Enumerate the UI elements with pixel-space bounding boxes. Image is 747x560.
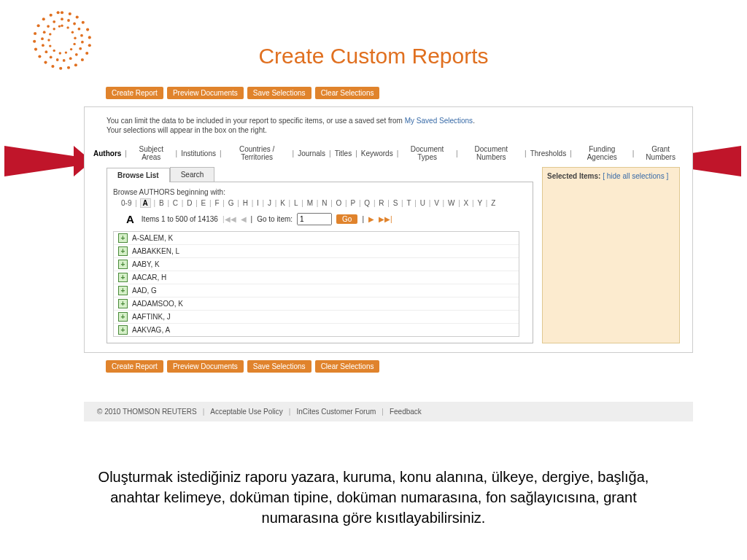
alpha-L[interactable]: L [293,199,299,207]
filter-titles[interactable]: Titles [335,149,352,158]
filter-journals[interactable]: Journals [298,149,325,158]
author-name[interactable]: AABAKKEN, L [132,247,179,255]
footer-forum[interactable]: InCites Customer Forum [296,408,376,416]
footer-acceptable-use[interactable]: Acceptable Use Policy [210,408,283,416]
filter-row: Authors| Subject Areas| Institutions| Co… [93,145,684,161]
alpha-0-9[interactable]: 0-9 [120,199,132,207]
author-row: +AAD, G [114,284,519,298]
svg-point-53 [53,28,55,30]
author-name[interactable]: AAKVAG, A [132,326,170,334]
author-name[interactable]: AADAMSOO, K [132,300,183,308]
svg-point-5 [86,28,89,31]
add-author-icon[interactable]: + [118,312,128,322]
create-report-button[interactable]: Create Report [106,87,163,99]
alpha-U[interactable]: U [419,199,426,207]
alpha-B[interactable]: B [158,199,165,207]
alpha-P[interactable]: P [350,199,357,207]
author-name[interactable]: AAD, G [132,287,157,295]
footer-copyright: © 2010 THOMSON REUTERS [97,408,197,416]
alpha-Y[interactable]: Y [476,199,483,207]
svg-point-41 [61,24,63,26]
alpha-R[interactable]: R [378,199,384,207]
add-author-icon[interactable]: + [118,260,128,269]
alpha-Q[interactable]: Q [363,199,371,207]
first-page-icon[interactable]: |◀◀ [222,215,236,223]
author-name[interactable]: A-SALEM, K [132,234,173,242]
author-name[interactable]: AABY, K [132,260,160,268]
filter-document-numbers[interactable]: Document Numbers [462,145,522,161]
bottom-button-row: Create Report Preview Documents Save Sel… [106,360,693,373]
svg-point-17 [33,40,36,43]
tab-browse-list[interactable]: Browse List [107,168,170,182]
author-name[interactable]: AAFTINK, J [132,313,171,321]
add-author-icon[interactable]: + [118,325,128,335]
add-author-icon[interactable]: + [118,233,128,243]
save-selections-button[interactable]: Save Selections [247,87,311,99]
next-page-icon[interactable]: ▶ [368,215,374,223]
goto-input[interactable] [297,213,332,225]
svg-point-40 [53,20,55,23]
alpha-F[interactable]: F [214,199,220,207]
go-button[interactable]: Go [336,214,357,224]
svg-point-19 [37,24,40,27]
alpha-E[interactable]: E [201,199,207,207]
preview-documents-button-bottom[interactable]: Preview Documents [167,360,244,373]
filter-document-types[interactable]: Document Types [402,145,452,161]
clear-selections-button[interactable]: Clear Selections [315,87,380,99]
clear-selections-button-bottom[interactable]: Clear Selections [315,360,380,373]
selected-items-panel: Selected Items: [ hide all selections ] [542,167,680,343]
svg-point-52 [49,33,51,35]
svg-point-43 [71,31,74,33]
add-author-icon[interactable]: + [118,273,128,282]
filter-institutions[interactable]: Institutions [181,149,216,158]
filter-keywords[interactable]: Keywords [361,149,393,158]
svg-point-2 [69,12,71,15]
prev-page-icon[interactable]: ◀ [241,215,247,223]
filter-subject-areas[interactable]: Subject Areas [131,145,172,161]
hide-all-selections-link[interactable]: [ hide all selections ] [603,172,668,180]
alpha-H[interactable]: H [242,199,249,207]
alpha-K[interactable]: K [279,199,286,207]
svg-point-21 [50,14,53,17]
browse-heading: Browse AUTHORS beginning with: [113,188,527,196]
alpha-T[interactable]: T [406,199,411,207]
alpha-C[interactable]: C [172,199,179,207]
filter-countries[interactable]: Countries / Territories [225,145,289,161]
tab-search[interactable]: Search [170,167,215,182]
svg-point-20 [42,18,45,20]
alpha-A[interactable]: A [140,198,151,208]
alpha-J[interactable]: J [267,199,272,207]
filter-grant-numbers[interactable]: Grant Numbers [638,145,684,161]
alpha-X[interactable]: X [463,199,470,207]
alpha-M[interactable]: M [306,199,314,207]
browse-box: Browse AUTHORS beginning with: 0-9 | A |… [107,182,533,343]
my-saved-selections-link[interactable]: My Saved Selections [405,117,473,125]
add-author-icon[interactable]: + [118,286,128,295]
filter-funding-agencies[interactable]: Funding Agencies [576,145,629,161]
selected-items-title: Selected Items: [547,172,600,180]
footer-feedback[interactable]: Feedback [390,408,422,416]
preview-documents-button[interactable]: Preview Documents [167,87,244,99]
svg-point-23 [61,18,63,20]
alpha-Z[interactable]: Z [490,199,496,207]
footer-bar: © 2010 THOMSON REUTERS| Acceptable Use P… [84,402,693,421]
svg-point-37 [41,37,44,40]
author-row: +AABY, K [114,258,519,271]
filter-thresholds[interactable]: Thresholds [530,149,566,158]
save-selections-button-bottom[interactable]: Save Selections [247,360,311,373]
svg-point-24 [67,19,70,22]
slide-caption: Oluşturmak istediğiniz raporu yazara, ku… [0,467,747,528]
alpha-W[interactable]: W [447,199,455,207]
filter-authors[interactable]: Authors [93,149,121,158]
svg-point-6 [88,36,91,39]
author-row: +AADAMSOO, K [114,298,519,311]
author-name[interactable]: AACAR, H [132,273,166,281]
svg-point-22 [57,11,60,14]
alpha-O[interactable]: O [336,199,343,207]
svg-point-26 [78,28,81,31]
last-page-icon[interactable]: ▶▶| [379,215,392,223]
add-author-icon[interactable]: + [118,246,128,256]
alpha-V[interactable]: V [433,199,440,207]
add-author-icon[interactable]: + [118,299,128,308]
create-report-button-bottom[interactable]: Create Report [106,360,163,373]
